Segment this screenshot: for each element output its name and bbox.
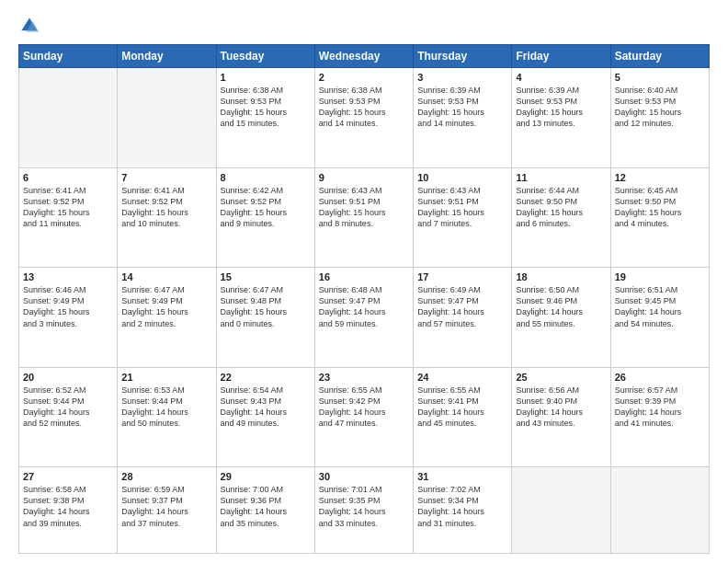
day-info: Sunrise: 6:53 AM Sunset: 9:44 PM Dayligh… <box>121 385 211 430</box>
day-info: Sunrise: 6:44 AM Sunset: 9:50 PM Dayligh… <box>516 185 606 230</box>
week-row-3: 13Sunrise: 6:46 AM Sunset: 9:49 PM Dayli… <box>19 268 710 368</box>
day-number: 25 <box>516 372 606 383</box>
day-info: Sunrise: 6:47 AM Sunset: 9:49 PM Dayligh… <box>121 284 211 329</box>
day-number: 2 <box>319 72 409 83</box>
calendar-cell: 28Sunrise: 6:59 AM Sunset: 9:37 PM Dayli… <box>118 467 216 554</box>
calendar-cell: 30Sunrise: 7:01 AM Sunset: 9:35 PM Dayli… <box>314 467 413 554</box>
calendar-cell: 1Sunrise: 6:38 AM Sunset: 9:53 PM Daylig… <box>216 68 314 168</box>
day-info: Sunrise: 6:57 AM Sunset: 9:39 PM Dayligh… <box>615 385 705 430</box>
day-number: 22 <box>221 372 311 383</box>
day-info: Sunrise: 7:02 AM Sunset: 9:34 PM Dayligh… <box>417 484 507 529</box>
day-number: 10 <box>417 172 507 183</box>
weekday-header-friday: Friday <box>512 45 610 68</box>
day-number: 11 <box>516 172 606 183</box>
day-info: Sunrise: 6:58 AM Sunset: 9:38 PM Dayligh… <box>23 484 113 529</box>
week-row-2: 6Sunrise: 6:41 AM Sunset: 9:52 PM Daylig… <box>19 167 710 268</box>
calendar-cell <box>512 467 610 554</box>
calendar-cell: 24Sunrise: 6:55 AM Sunset: 9:41 PM Dayli… <box>414 367 512 467</box>
day-number: 20 <box>23 372 113 383</box>
day-info: Sunrise: 6:43 AM Sunset: 9:51 PM Dayligh… <box>319 185 409 230</box>
calendar-cell: 19Sunrise: 6:51 AM Sunset: 9:45 PM Dayli… <box>610 268 709 368</box>
weekday-header-wednesday: Wednesday <box>314 45 413 68</box>
logo-icon <box>18 15 40 37</box>
day-number: 5 <box>615 72 705 83</box>
calendar-cell: 13Sunrise: 6:46 AM Sunset: 9:49 PM Dayli… <box>19 268 118 368</box>
calendar-cell: 26Sunrise: 6:57 AM Sunset: 9:39 PM Dayli… <box>610 367 709 467</box>
day-number: 8 <box>221 172 311 183</box>
calendar-cell: 2Sunrise: 6:38 AM Sunset: 9:53 PM Daylig… <box>314 68 413 168</box>
day-info: Sunrise: 6:48 AM Sunset: 9:47 PM Dayligh… <box>319 284 409 329</box>
calendar-cell: 29Sunrise: 7:00 AM Sunset: 9:36 PM Dayli… <box>216 467 314 554</box>
day-info: Sunrise: 6:38 AM Sunset: 9:53 PM Dayligh… <box>319 85 409 130</box>
day-info: Sunrise: 6:52 AM Sunset: 9:44 PM Dayligh… <box>23 385 113 430</box>
day-info: Sunrise: 6:54 AM Sunset: 9:43 PM Dayligh… <box>221 385 311 430</box>
week-row-5: 27Sunrise: 6:58 AM Sunset: 9:38 PM Dayli… <box>19 467 710 554</box>
day-number: 15 <box>221 271 311 282</box>
calendar-cell: 10Sunrise: 6:43 AM Sunset: 9:51 PM Dayli… <box>414 167 512 268</box>
day-number: 16 <box>319 271 409 282</box>
calendar: SundayMondayTuesdayWednesdayThursdayFrid… <box>18 44 710 554</box>
day-number: 31 <box>417 471 507 482</box>
weekday-header-thursday: Thursday <box>414 45 512 68</box>
calendar-cell: 14Sunrise: 6:47 AM Sunset: 9:49 PM Dayli… <box>118 268 216 368</box>
page: SundayMondayTuesdayWednesdayThursdayFrid… <box>0 0 728 563</box>
calendar-cell <box>610 467 709 554</box>
calendar-cell: 9Sunrise: 6:43 AM Sunset: 9:51 PM Daylig… <box>314 167 413 268</box>
day-info: Sunrise: 6:50 AM Sunset: 9:46 PM Dayligh… <box>516 284 606 329</box>
day-number: 26 <box>615 372 705 383</box>
calendar-cell <box>118 68 216 168</box>
day-info: Sunrise: 6:42 AM Sunset: 9:52 PM Dayligh… <box>221 185 311 230</box>
day-number: 1 <box>221 72 311 83</box>
day-info: Sunrise: 7:00 AM Sunset: 9:36 PM Dayligh… <box>221 484 311 529</box>
calendar-cell: 18Sunrise: 6:50 AM Sunset: 9:46 PM Dayli… <box>512 268 610 368</box>
calendar-cell: 31Sunrise: 7:02 AM Sunset: 9:34 PM Dayli… <box>414 467 512 554</box>
day-number: 12 <box>615 172 705 183</box>
calendar-cell: 15Sunrise: 6:47 AM Sunset: 9:48 PM Dayli… <box>216 268 314 368</box>
calendar-cell: 22Sunrise: 6:54 AM Sunset: 9:43 PM Dayli… <box>216 367 314 467</box>
day-info: Sunrise: 6:45 AM Sunset: 9:50 PM Dayligh… <box>615 185 705 230</box>
day-info: Sunrise: 6:59 AM Sunset: 9:37 PM Dayligh… <box>121 484 211 529</box>
calendar-cell: 27Sunrise: 6:58 AM Sunset: 9:38 PM Dayli… <box>19 467 118 554</box>
day-number: 21 <box>121 372 211 383</box>
day-info: Sunrise: 6:51 AM Sunset: 9:45 PM Dayligh… <box>615 284 705 329</box>
day-info: Sunrise: 6:39 AM Sunset: 9:53 PM Dayligh… <box>516 85 606 130</box>
header <box>18 15 710 37</box>
calendar-cell: 16Sunrise: 6:48 AM Sunset: 9:47 PM Dayli… <box>314 268 413 368</box>
day-info: Sunrise: 6:47 AM Sunset: 9:48 PM Dayligh… <box>221 284 311 329</box>
day-number: 17 <box>417 271 507 282</box>
day-info: Sunrise: 6:55 AM Sunset: 9:42 PM Dayligh… <box>319 385 409 430</box>
day-number: 13 <box>23 271 113 282</box>
calendar-cell <box>19 68 118 168</box>
day-info: Sunrise: 7:01 AM Sunset: 9:35 PM Dayligh… <box>319 484 409 529</box>
day-info: Sunrise: 6:38 AM Sunset: 9:53 PM Dayligh… <box>221 85 311 130</box>
calendar-cell: 7Sunrise: 6:41 AM Sunset: 9:52 PM Daylig… <box>118 167 216 268</box>
day-info: Sunrise: 6:39 AM Sunset: 9:53 PM Dayligh… <box>417 85 507 130</box>
calendar-cell: 5Sunrise: 6:40 AM Sunset: 9:53 PM Daylig… <box>610 68 709 168</box>
day-number: 29 <box>221 471 311 482</box>
day-number: 19 <box>615 271 705 282</box>
day-info: Sunrise: 6:43 AM Sunset: 9:51 PM Dayligh… <box>417 185 507 230</box>
day-number: 7 <box>121 172 211 183</box>
day-number: 14 <box>121 271 211 282</box>
calendar-cell: 6Sunrise: 6:41 AM Sunset: 9:52 PM Daylig… <box>19 167 118 268</box>
calendar-cell: 25Sunrise: 6:56 AM Sunset: 9:40 PM Dayli… <box>512 367 610 467</box>
day-number: 3 <box>417 72 507 83</box>
day-number: 23 <box>319 372 409 383</box>
weekday-header-monday: Monday <box>118 45 216 68</box>
weekday-header-row: SundayMondayTuesdayWednesdayThursdayFrid… <box>19 45 710 68</box>
weekday-header-saturday: Saturday <box>610 45 709 68</box>
calendar-cell: 20Sunrise: 6:52 AM Sunset: 9:44 PM Dayli… <box>19 367 118 467</box>
day-number: 24 <box>417 372 507 383</box>
calendar-cell: 8Sunrise: 6:42 AM Sunset: 9:52 PM Daylig… <box>216 167 314 268</box>
calendar-cell: 11Sunrise: 6:44 AM Sunset: 9:50 PM Dayli… <box>512 167 610 268</box>
calendar-cell: 17Sunrise: 6:49 AM Sunset: 9:47 PM Dayli… <box>414 268 512 368</box>
day-info: Sunrise: 6:41 AM Sunset: 9:52 PM Dayligh… <box>121 185 211 230</box>
day-number: 30 <box>319 471 409 482</box>
day-number: 28 <box>121 471 211 482</box>
calendar-cell: 21Sunrise: 6:53 AM Sunset: 9:44 PM Dayli… <box>118 367 216 467</box>
day-info: Sunrise: 6:55 AM Sunset: 9:41 PM Dayligh… <box>417 385 507 430</box>
day-info: Sunrise: 6:56 AM Sunset: 9:40 PM Dayligh… <box>516 385 606 430</box>
calendar-cell: 3Sunrise: 6:39 AM Sunset: 9:53 PM Daylig… <box>414 68 512 168</box>
week-row-1: 1Sunrise: 6:38 AM Sunset: 9:53 PM Daylig… <box>19 68 710 168</box>
logo <box>18 15 44 37</box>
